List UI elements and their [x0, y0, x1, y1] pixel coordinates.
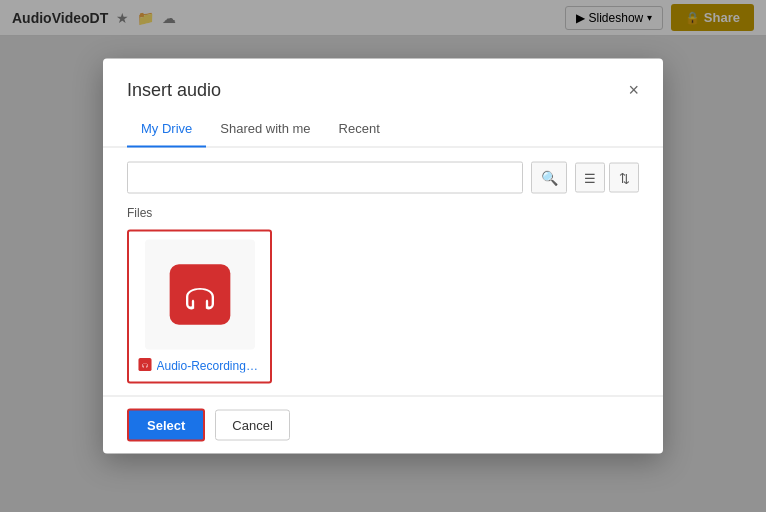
- file-item[interactable]: Audio-Recording-1...: [127, 230, 272, 384]
- files-label: Files: [127, 206, 639, 220]
- modal-title: Insert audio: [127, 79, 221, 100]
- files-section: Files A: [103, 202, 663, 396]
- file-icon-wrapper: [145, 240, 255, 350]
- tab-my-drive[interactable]: My Drive: [127, 113, 206, 148]
- svg-rect-0: [169, 264, 230, 325]
- file-name-row: Audio-Recording-1...: [137, 358, 262, 374]
- modal-header: Insert audio ×: [103, 59, 663, 113]
- modal-tabs: My Drive Shared with me Recent: [103, 113, 663, 148]
- list-view-button[interactable]: ☰: [575, 163, 605, 193]
- modal-footer: Select Cancel: [103, 396, 663, 454]
- view-buttons: ☰ ⇅: [575, 163, 639, 193]
- audio-file-icon: [165, 260, 235, 330]
- tab-shared-with-me[interactable]: Shared with me: [206, 113, 324, 148]
- list-view-icon: ☰: [584, 170, 596, 185]
- sort-button[interactable]: ⇅: [609, 163, 639, 193]
- svg-rect-1: [138, 358, 151, 371]
- search-button[interactable]: 🔍: [531, 162, 567, 194]
- tab-recent[interactable]: Recent: [325, 113, 394, 148]
- file-type-icon: [138, 358, 152, 374]
- select-button[interactable]: Select: [127, 409, 205, 442]
- modal-close-button[interactable]: ×: [624, 77, 643, 103]
- sort-icon: ⇅: [619, 170, 630, 185]
- cancel-button[interactable]: Cancel: [215, 410, 289, 441]
- file-name: Audio-Recording-1...: [157, 359, 262, 373]
- search-input[interactable]: [127, 162, 523, 194]
- files-grid: Audio-Recording-1...: [127, 230, 639, 384]
- search-icon: 🔍: [541, 170, 558, 186]
- insert-audio-modal: Insert audio × My Drive Shared with me R…: [103, 59, 663, 454]
- small-audio-icon: [138, 358, 152, 372]
- search-row: 🔍 ☰ ⇅: [103, 148, 663, 202]
